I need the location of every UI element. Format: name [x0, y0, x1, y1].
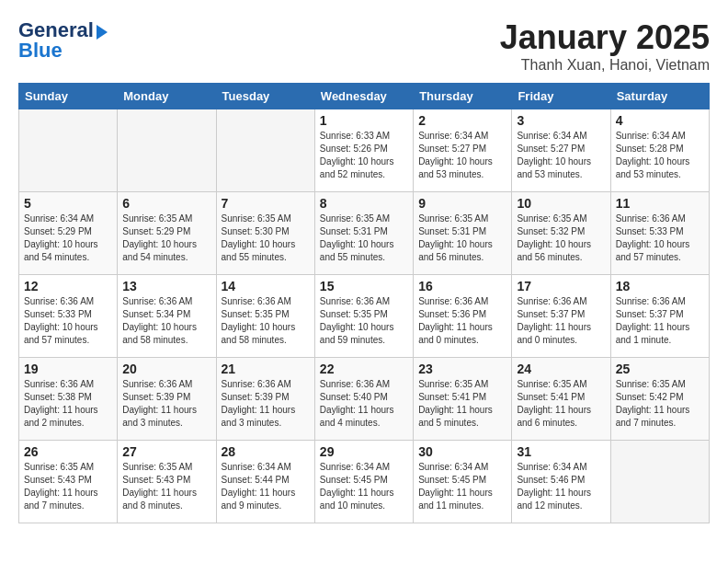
cell-info: Sunrise: 6:34 AMSunset: 5:27 PMDaylight:… [418, 130, 506, 181]
cell-info: Sunrise: 6:34 AMSunset: 5:46 PMDaylight:… [517, 461, 605, 512]
calendar-cell: 18Sunrise: 6:36 AMSunset: 5:37 PMDayligh… [610, 275, 709, 358]
calendar-cell: 17Sunrise: 6:36 AMSunset: 5:37 PMDayligh… [512, 275, 610, 358]
day-number: 6 [122, 196, 210, 211]
calendar-cell: 8Sunrise: 6:35 AMSunset: 5:31 PMDaylight… [314, 192, 413, 275]
cell-info: Sunrise: 6:35 AMSunset: 5:43 PMDaylight:… [122, 461, 210, 512]
calendar-cell: 11Sunrise: 6:36 AMSunset: 5:33 PMDayligh… [610, 192, 709, 275]
calendar-cell: 28Sunrise: 6:34 AMSunset: 5:44 PMDayligh… [216, 441, 314, 523]
header-monday: Monday [118, 84, 216, 109]
calendar-cell: 24Sunrise: 6:35 AMSunset: 5:41 PMDayligh… [512, 358, 610, 441]
day-number: 30 [418, 444, 506, 459]
calendar-cell: 14Sunrise: 6:36 AMSunset: 5:35 PMDayligh… [216, 275, 314, 358]
location: Thanh Xuan, Hanoi, Vietnam [500, 57, 710, 74]
day-number: 26 [24, 444, 112, 459]
day-number: 4 [616, 113, 704, 128]
cell-info: Sunrise: 6:35 AMSunset: 5:31 PMDaylight:… [418, 213, 506, 264]
calendar-cell: 22Sunrise: 6:36 AMSunset: 5:40 PMDayligh… [314, 358, 413, 441]
month-title: January 2025 [500, 18, 710, 57]
cell-info: Sunrise: 6:36 AMSunset: 5:39 PMDaylight:… [222, 378, 310, 430]
day-number: 11 [616, 196, 704, 211]
title-block: January 2025 Thanh Xuan, Hanoi, Vietnam [500, 18, 710, 74]
calendar-cell: 15Sunrise: 6:36 AMSunset: 5:35 PMDayligh… [314, 275, 413, 358]
calendar-cell: 23Sunrise: 6:35 AMSunset: 5:41 PMDayligh… [414, 358, 512, 441]
cell-info: Sunrise: 6:36 AMSunset: 5:36 PMDaylight:… [418, 295, 506, 347]
calendar-cell [19, 109, 118, 192]
header: General Blue January 2025 Thanh Xuan, Ha… [18, 18, 710, 74]
day-number: 2 [418, 113, 506, 128]
calendar-cell: 31Sunrise: 6:34 AMSunset: 5:46 PMDayligh… [512, 441, 610, 523]
day-number: 31 [517, 444, 605, 459]
header-saturday: Saturday [610, 84, 709, 109]
day-number: 12 [24, 279, 112, 293]
calendar-cell: 10Sunrise: 6:35 AMSunset: 5:32 PMDayligh… [512, 192, 610, 275]
day-number: 20 [122, 362, 210, 376]
cell-info: Sunrise: 6:34 AMSunset: 5:45 PMDaylight:… [320, 461, 408, 512]
calendar-cell: 30Sunrise: 6:34 AMSunset: 5:45 PMDayligh… [414, 441, 512, 523]
day-number: 23 [418, 362, 506, 376]
day-number: 19 [24, 362, 112, 376]
week-row-2: 5Sunrise: 6:34 AMSunset: 5:29 PMDaylight… [19, 192, 710, 275]
logo: General Blue [18, 18, 108, 63]
calendar-cell: 19Sunrise: 6:36 AMSunset: 5:38 PMDayligh… [19, 358, 118, 441]
week-row-3: 12Sunrise: 6:36 AMSunset: 5:33 PMDayligh… [19, 275, 710, 358]
day-number: 13 [122, 279, 210, 293]
cell-info: Sunrise: 6:36 AMSunset: 5:35 PMDaylight:… [320, 295, 408, 347]
cell-info: Sunrise: 6:34 AMSunset: 5:45 PMDaylight:… [418, 461, 506, 512]
calendar-cell: 9Sunrise: 6:35 AMSunset: 5:31 PMDaylight… [414, 192, 512, 275]
cell-info: Sunrise: 6:36 AMSunset: 5:34 PMDaylight:… [122, 295, 210, 347]
cell-info: Sunrise: 6:35 AMSunset: 5:29 PMDaylight:… [122, 213, 210, 264]
week-row-4: 19Sunrise: 6:36 AMSunset: 5:38 PMDayligh… [19, 358, 710, 441]
cell-info: Sunrise: 6:34 AMSunset: 5:44 PMDaylight:… [222, 461, 310, 512]
cell-info: Sunrise: 6:36 AMSunset: 5:33 PMDaylight:… [616, 213, 704, 264]
cell-info: Sunrise: 6:36 AMSunset: 5:40 PMDaylight:… [320, 378, 408, 430]
header-tuesday: Tuesday [216, 84, 314, 109]
cell-info: Sunrise: 6:36 AMSunset: 5:37 PMDaylight:… [616, 295, 704, 347]
cell-info: Sunrise: 6:36 AMSunset: 5:33 PMDaylight:… [24, 295, 112, 347]
day-number: 10 [517, 196, 605, 211]
calendar-cell [118, 109, 216, 192]
calendar-cell: 4Sunrise: 6:34 AMSunset: 5:28 PMDaylight… [610, 109, 709, 192]
cell-info: Sunrise: 6:36 AMSunset: 5:35 PMDaylight:… [222, 295, 310, 347]
day-number: 14 [222, 279, 310, 293]
day-number: 8 [320, 196, 408, 211]
cell-info: Sunrise: 6:33 AMSunset: 5:26 PMDaylight:… [320, 130, 408, 181]
cell-info: Sunrise: 6:34 AMSunset: 5:27 PMDaylight:… [517, 130, 605, 181]
cell-info: Sunrise: 6:34 AMSunset: 5:28 PMDaylight:… [616, 130, 704, 181]
day-number: 3 [517, 113, 605, 128]
header-wednesday: Wednesday [314, 84, 413, 109]
calendar-cell: 21Sunrise: 6:36 AMSunset: 5:39 PMDayligh… [216, 358, 314, 441]
calendar-cell: 13Sunrise: 6:36 AMSunset: 5:34 PMDayligh… [118, 275, 216, 358]
calendar-cell: 12Sunrise: 6:36 AMSunset: 5:33 PMDayligh… [19, 275, 118, 358]
calendar-cell: 25Sunrise: 6:35 AMSunset: 5:42 PMDayligh… [610, 358, 709, 441]
day-number: 21 [222, 362, 310, 376]
cell-info: Sunrise: 6:36 AMSunset: 5:39 PMDaylight:… [122, 378, 210, 430]
cell-info: Sunrise: 6:35 AMSunset: 5:42 PMDaylight:… [616, 378, 704, 430]
cell-info: Sunrise: 6:35 AMSunset: 5:31 PMDaylight:… [320, 213, 408, 264]
header-thursday: Thursday [414, 84, 512, 109]
calendar-cell: 16Sunrise: 6:36 AMSunset: 5:36 PMDayligh… [414, 275, 512, 358]
calendar-cell [216, 109, 314, 192]
calendar-cell: 6Sunrise: 6:35 AMSunset: 5:29 PMDaylight… [118, 192, 216, 275]
cell-info: Sunrise: 6:35 AMSunset: 5:30 PMDaylight:… [222, 213, 310, 264]
calendar-cell: 20Sunrise: 6:36 AMSunset: 5:39 PMDayligh… [118, 358, 216, 441]
cell-info: Sunrise: 6:36 AMSunset: 5:37 PMDaylight:… [517, 295, 605, 347]
calendar-cell: 2Sunrise: 6:34 AMSunset: 5:27 PMDaylight… [414, 109, 512, 192]
header-friday: Friday [512, 84, 610, 109]
calendar-table: SundayMondayTuesdayWednesdayThursdayFrid… [18, 83, 710, 523]
calendar-cell: 1Sunrise: 6:33 AMSunset: 5:26 PMDaylight… [314, 109, 413, 192]
day-number: 28 [222, 444, 310, 459]
week-row-5: 26Sunrise: 6:35 AMSunset: 5:43 PMDayligh… [19, 441, 710, 523]
cell-info: Sunrise: 6:35 AMSunset: 5:32 PMDaylight:… [517, 213, 605, 264]
cell-info: Sunrise: 6:35 AMSunset: 5:41 PMDaylight:… [418, 378, 506, 430]
day-number: 29 [320, 444, 408, 459]
day-number: 1 [320, 113, 408, 128]
logo-blue-text: Blue [18, 39, 63, 63]
calendar-cell: 26Sunrise: 6:35 AMSunset: 5:43 PMDayligh… [19, 441, 118, 523]
calendar-cell: 5Sunrise: 6:34 AMSunset: 5:29 PMDaylight… [19, 192, 118, 275]
day-number: 18 [616, 279, 704, 293]
cell-info: Sunrise: 6:35 AMSunset: 5:43 PMDaylight:… [24, 461, 112, 512]
calendar-cell: 27Sunrise: 6:35 AMSunset: 5:43 PMDayligh… [118, 441, 216, 523]
calendar-cell [610, 441, 709, 523]
day-number: 9 [418, 196, 506, 211]
calendar-cell: 7Sunrise: 6:35 AMSunset: 5:30 PMDaylight… [216, 192, 314, 275]
